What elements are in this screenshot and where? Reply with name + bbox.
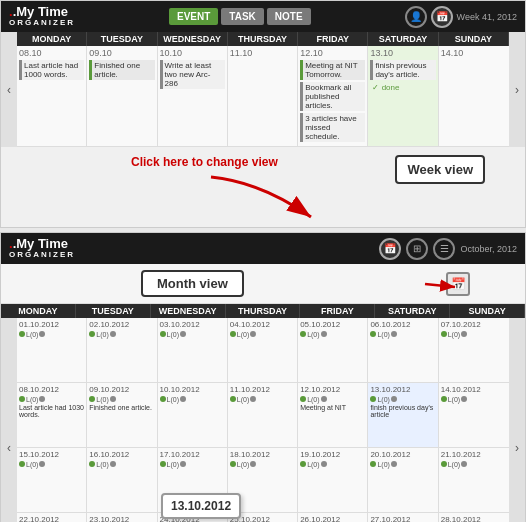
week-cell-wed[interactable]: 10.10 Write at least two new Arc-286 xyxy=(158,46,228,146)
dot-row: L(0) xyxy=(89,461,154,468)
month-cell-0901[interactable]: 09.10.2012 L(0) Finished one article. xyxy=(87,383,157,448)
count-label: L(0) xyxy=(237,331,249,338)
month-event-text: Last article had 1030 words. xyxy=(19,404,84,418)
week-cell-fri[interactable]: 12.10 Meeting at NIT Tomorrow. Bookmark … xyxy=(298,46,368,146)
task-button[interactable]: TASK xyxy=(221,8,263,25)
month-day-header-thu: THURSDAY xyxy=(226,304,301,318)
month-cell-1901[interactable]: 19.10.2012 L(0) xyxy=(298,448,368,513)
count-label: L(0) xyxy=(448,331,460,338)
week-task-fri2: 3 articles have missed schedule. xyxy=(300,113,365,142)
month-cell-2301[interactable]: 23.10.2012 L(0) xyxy=(87,513,157,522)
dot-row: L(0) xyxy=(300,396,365,403)
week-day-headers: MONDAY TUESDAY WEDNESDAY THURSDAY FRIDAY… xyxy=(17,32,509,46)
dot-row: L(0) xyxy=(230,461,295,468)
month-cell-2701[interactable]: 27.10.2012 L(0) xyxy=(368,513,438,522)
month-cell-0101[interactable]: 01.10.2012 L(0) xyxy=(17,318,87,383)
next-month-button[interactable]: › xyxy=(509,318,525,522)
month-cell-0104[interactable]: 04.10.2012 L(0) xyxy=(228,318,298,383)
month-list-icon[interactable]: ☰ xyxy=(433,238,455,260)
month-cell-2001[interactable]: 20.10.2012 L(0) xyxy=(368,448,438,513)
month-date: 26.10.2012 xyxy=(300,515,365,522)
green-dot xyxy=(230,396,236,402)
logo-subtitle: ORGANIZER xyxy=(9,19,75,28)
month-date: 17.10.2012 xyxy=(160,450,225,459)
gray-dot xyxy=(250,396,256,402)
day-header-mon: MONDAY xyxy=(17,32,87,46)
header-icons: 👤 📅 Week 41, 2012 xyxy=(405,6,517,28)
click-callout: Click here to change view xyxy=(131,155,278,169)
next-week-button[interactable]: › xyxy=(509,32,525,147)
week-cell-thu[interactable]: 11.10 xyxy=(228,46,298,146)
count-label: L(0) xyxy=(167,461,179,468)
week-date-wed: 10.10 xyxy=(160,48,225,58)
dot-row: L(0) xyxy=(19,461,84,468)
dot-row: L(0) xyxy=(441,396,507,403)
dot-row: L(0) xyxy=(19,396,84,403)
month-date: 20.10.2012 xyxy=(370,450,435,459)
month-day-header-wed: WEDNESDAY xyxy=(151,304,226,318)
dot-row: L(0) xyxy=(300,461,365,468)
prev-week-button[interactable]: ‹ xyxy=(1,32,17,147)
calendar-icon[interactable]: 📅 xyxy=(431,6,453,28)
week-cell-tue[interactable]: 09.10 Finished one article. xyxy=(87,46,157,146)
month-cell-1401[interactable]: 14.10.2012 L(0) xyxy=(439,383,509,448)
month-app-logo: ..My Time ORGANIZER xyxy=(9,237,75,260)
count-label: L(0) xyxy=(26,396,38,403)
week-cell-sat[interactable]: 13.10 finish previous day's article. ✓ d… xyxy=(368,46,438,146)
month-cell-2101[interactable]: 21.10.2012 L(0) xyxy=(439,448,509,513)
green-dot xyxy=(441,331,447,337)
green-dot xyxy=(89,461,95,467)
month-cell-0107[interactable]: 07.10.2012 L(0) xyxy=(439,318,509,383)
month-cell-0103[interactable]: 03.10.2012 L(0) xyxy=(158,318,228,383)
person-icon[interactable]: 👤 xyxy=(405,6,427,28)
count-label: L(0) xyxy=(167,331,179,338)
month-cell-0801[interactable]: 08.10.2012 L(0) Last article had 1030 wo… xyxy=(17,383,87,448)
day-header-tue: TUESDAY xyxy=(87,32,157,46)
count-label: L(0) xyxy=(377,396,389,403)
month-cell-1001[interactable]: 10.10.2012 L(0) xyxy=(158,383,228,448)
green-dot xyxy=(300,396,306,402)
month-cell-1101[interactable]: 11.10.2012 L(0) xyxy=(228,383,298,448)
green-dot xyxy=(300,461,306,467)
dot-row: L(0) xyxy=(441,461,507,468)
month-date: 14.10.2012 xyxy=(441,385,507,394)
month-cell-0106[interactable]: 06.10.2012 L(0) xyxy=(368,318,438,383)
week-cell-mon[interactable]: 08.10 Last article had 1000 words. xyxy=(17,46,87,146)
week-label: Week 41, 2012 xyxy=(457,12,517,22)
month-cell-2201[interactable]: 22.10.2012 L(0) xyxy=(17,513,87,522)
week-date-mon: 08.10 xyxy=(19,48,84,58)
month-cell-2601[interactable]: 26.10.2012 L(0) xyxy=(298,513,368,522)
green-dot xyxy=(89,331,95,337)
note-button[interactable]: NOTE xyxy=(267,8,311,25)
month-date: 08.10.2012 xyxy=(19,385,84,394)
day-header-sun: SUNDAY xyxy=(439,32,509,46)
gray-dot xyxy=(461,461,467,467)
month-view-callout: Month view xyxy=(141,270,244,297)
month-cell-1201[interactable]: 12.10.2012 L(0) Meeting at NIT xyxy=(298,383,368,448)
count-label: L(0) xyxy=(96,331,108,338)
count-label: L(0) xyxy=(307,331,319,338)
green-dot xyxy=(89,396,95,402)
month-event-text: Meeting at NIT xyxy=(300,404,365,411)
month-cell-2801[interactable]: 28.10.2012 L(0) xyxy=(439,513,509,522)
month-cell-1301[interactable]: 13.10.2012 L(0) finish previous day's ar… xyxy=(368,383,438,448)
month-cell-1601[interactable]: 16.10.2012 L(0) xyxy=(87,448,157,513)
event-button[interactable]: EVENT xyxy=(169,8,218,25)
month-grid-icon[interactable]: ⊞ xyxy=(406,238,428,260)
week-calendar-nav: ‹ MONDAY TUESDAY WEDNESDAY THURSDAY FRID… xyxy=(1,32,525,147)
dot-row: L(0) xyxy=(230,331,295,338)
month-cell-0102[interactable]: 02.10.2012 L(0) xyxy=(87,318,157,383)
month-date: 15.10.2012 xyxy=(19,450,84,459)
month-calendar-icon[interactable]: 📅 xyxy=(379,238,401,260)
week-task-wed: Write at least two new Arc-286 xyxy=(160,60,225,89)
dot-row: L(0) xyxy=(300,331,365,338)
month-date: 23.10.2012 xyxy=(89,515,154,522)
week-cell-sun[interactable]: 14.10 xyxy=(439,46,509,146)
gray-dot xyxy=(321,331,327,337)
day-header-fri: FRIDAY xyxy=(298,32,368,46)
gray-dot xyxy=(391,331,397,337)
prev-month-button[interactable]: ‹ xyxy=(1,318,17,522)
month-cell-1501[interactable]: 15.10.2012 L(0) xyxy=(17,448,87,513)
month-cell-0105[interactable]: 05.10.2012 L(0) xyxy=(298,318,368,383)
dot-row: L(0) xyxy=(370,461,435,468)
